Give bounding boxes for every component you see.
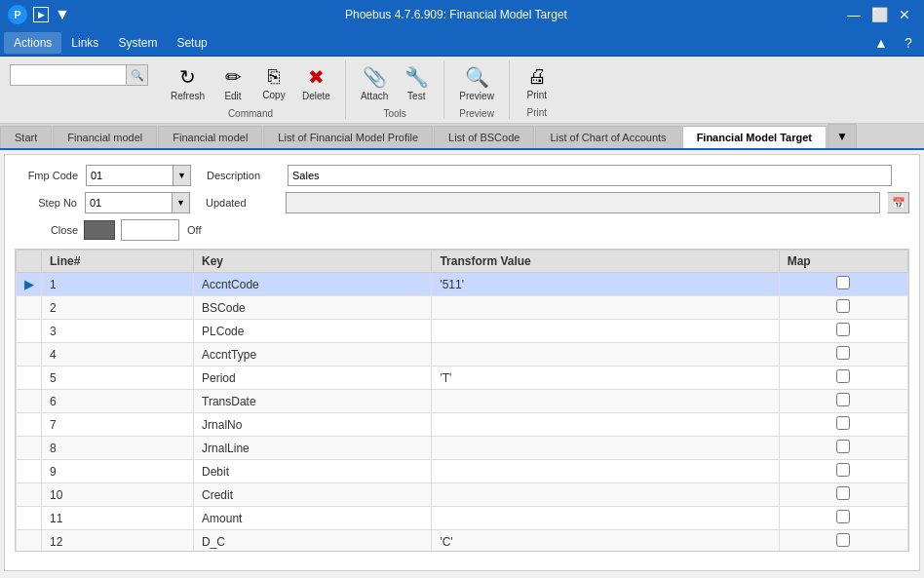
- command-buttons: ↻ Refresh ✏ Edit ⎘ Copy ✖ Delete: [164, 60, 337, 106]
- data-table-container: Line# Key Transform Value Map ▶1AccntCod…: [15, 249, 909, 552]
- menu-up-icon[interactable]: ▲: [869, 31, 893, 55]
- tab-start[interactable]: Start: [0, 126, 52, 148]
- map-checkbox[interactable]: [836, 369, 850, 383]
- cell-map[interactable]: [779, 343, 907, 366]
- refresh-button[interactable]: ↻ Refresh: [164, 60, 212, 106]
- row-indicator: ▶: [17, 273, 42, 296]
- col-key: Key: [194, 250, 432, 273]
- fmp-code-input[interactable]: [86, 165, 173, 186]
- cell-map[interactable]: [779, 366, 907, 390]
- close-toggle[interactable]: [84, 220, 115, 240]
- minimize-btn[interactable]: —: [842, 3, 866, 26]
- maximize-btn[interactable]: ⬜: [867, 3, 891, 26]
- tab-list-fmp[interactable]: List of Financial Model Profile: [263, 126, 433, 148]
- updated-input[interactable]: [286, 192, 881, 213]
- preview-icon: 🔍: [465, 65, 489, 89]
- tab-list-coa[interactable]: List of Chart of Accounts: [535, 126, 680, 148]
- calendar-button[interactable]: 📅: [888, 192, 909, 213]
- table-row[interactable]: 10Credit: [17, 483, 908, 507]
- table-row[interactable]: 8JrnalLine: [17, 437, 908, 460]
- cell-map[interactable]: [779, 413, 907, 437]
- menu-links[interactable]: Links: [61, 32, 108, 54]
- cell-map[interactable]: [779, 483, 907, 507]
- cell-key: Credit: [194, 483, 432, 507]
- step-no-dropdown[interactable]: ▼: [173, 192, 190, 213]
- cell-map[interactable]: [779, 273, 907, 296]
- cell-map[interactable]: [779, 320, 907, 343]
- cell-map[interactable]: [779, 507, 907, 530]
- table-row[interactable]: 9Debit: [17, 460, 908, 483]
- fmp-code-row: Fmp Code ▼ Description: [15, 165, 909, 186]
- step-no-input[interactable]: [85, 192, 173, 213]
- delete-button[interactable]: ✖ Delete: [295, 60, 337, 106]
- cell-transform: [432, 507, 779, 530]
- map-checkbox[interactable]: [836, 533, 850, 547]
- delete-icon: ✖: [308, 65, 325, 89]
- map-checkbox[interactable]: [836, 486, 850, 500]
- map-checkbox[interactable]: [836, 393, 850, 406]
- cell-transform: '511': [432, 273, 779, 296]
- cell-map[interactable]: [779, 460, 907, 483]
- cell-map[interactable]: [779, 296, 907, 320]
- search-input[interactable]: [10, 64, 127, 86]
- menu-actions[interactable]: Actions: [4, 32, 61, 54]
- tab-list-bscode[interactable]: List of BSCode: [434, 126, 534, 148]
- search-button[interactable]: 🔍: [127, 64, 148, 86]
- restore-btn[interactable]: ▶: [33, 7, 49, 22]
- tab-financial-model-1[interactable]: Financial model: [53, 126, 157, 148]
- row-indicator: [17, 320, 42, 343]
- close-value-input[interactable]: [121, 219, 179, 241]
- fmp-code-dropdown[interactable]: ▼: [173, 165, 191, 186]
- table-row[interactable]: 7JrnalNo: [17, 413, 908, 437]
- tab-overflow[interactable]: ▼: [828, 124, 857, 148]
- test-icon: 🔧: [404, 65, 429, 89]
- menu-help-icon[interactable]: ?: [897, 31, 920, 55]
- map-checkbox[interactable]: [836, 323, 850, 336]
- preview-button[interactable]: 🔍 Preview: [452, 60, 501, 106]
- table-row[interactable]: 12D_C'C': [17, 530, 908, 553]
- menu-bar-right: ▲ ?: [869, 31, 920, 55]
- table-row[interactable]: 3PLCode: [17, 320, 908, 343]
- menu-bar: Actions Links System Setup ▲ ?: [0, 29, 924, 57]
- cell-transform: [432, 413, 779, 437]
- map-checkbox[interactable]: [836, 463, 850, 477]
- map-checkbox[interactable]: [836, 346, 850, 360]
- fmp-code-combo: ▼: [86, 165, 191, 186]
- table-row[interactable]: 4AccntType: [17, 343, 908, 366]
- copy-button[interactable]: ⎘ Copy: [254, 60, 293, 106]
- menu-setup[interactable]: Setup: [167, 32, 216, 54]
- col-indicator: [17, 250, 42, 273]
- table-row[interactable]: 2BSCode: [17, 296, 908, 320]
- cell-line: 1: [42, 273, 194, 296]
- table-row[interactable]: 11Amount: [17, 507, 908, 530]
- cell-line: 6: [42, 390, 194, 413]
- map-checkbox[interactable]: [836, 276, 850, 289]
- menu-system[interactable]: System: [108, 32, 167, 54]
- table-row[interactable]: 5Period'T': [17, 366, 908, 390]
- description-input[interactable]: [288, 165, 892, 186]
- close-btn[interactable]: ✕: [893, 3, 916, 26]
- main-content: Fmp Code ▼ Description Step No ▼ Updated…: [4, 154, 920, 571]
- map-checkbox[interactable]: [836, 299, 850, 313]
- map-checkbox[interactable]: [836, 440, 850, 453]
- test-button[interactable]: 🔧 Test: [397, 60, 436, 106]
- tab-financial-model-2[interactable]: Financial model: [158, 126, 262, 148]
- map-checkbox[interactable]: [836, 416, 850, 430]
- menu-btn[interactable]: ▼: [55, 6, 70, 23]
- cell-map[interactable]: [779, 390, 907, 413]
- tab-financial-model-target[interactable]: Financial Model Target: [682, 126, 827, 150]
- cell-line: 4: [42, 343, 194, 366]
- map-checkbox[interactable]: [836, 510, 850, 523]
- edit-button[interactable]: ✏ Edit: [213, 60, 252, 106]
- table-row[interactable]: 6TransDate: [17, 390, 908, 413]
- attach-button[interactable]: 📎 Attach: [354, 60, 395, 106]
- cell-key: BSCode: [194, 296, 432, 320]
- row-indicator: [17, 343, 42, 366]
- cell-line: 3: [42, 320, 194, 343]
- table-row[interactable]: ▶1AccntCode'511': [17, 273, 908, 296]
- cell-key: AccntType: [194, 343, 432, 366]
- cell-map[interactable]: [779, 437, 907, 460]
- print-buttons: 🖨 Print: [518, 60, 557, 105]
- cell-map[interactable]: [779, 530, 907, 553]
- print-button[interactable]: 🖨 Print: [518, 60, 557, 105]
